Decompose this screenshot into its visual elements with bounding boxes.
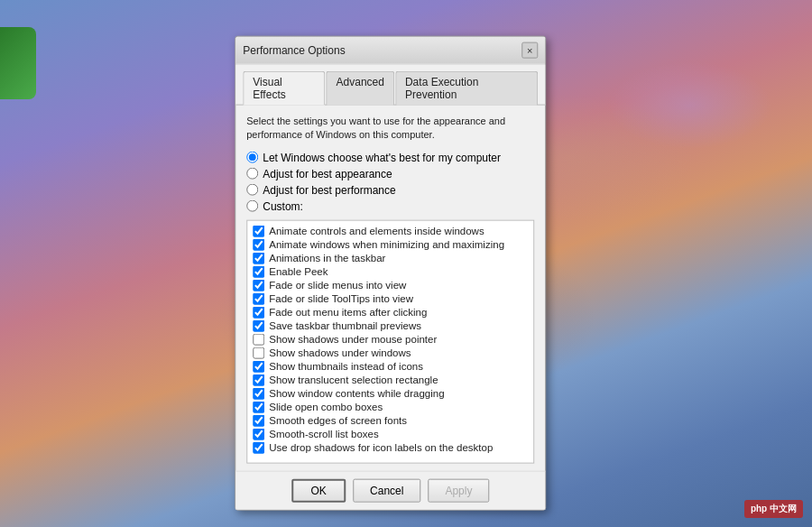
checkbox-input-16[interactable]: [253, 441, 264, 453]
checkbox-item-9[interactable]: Show shadows under windows: [253, 346, 528, 359]
dialog-footer: OK Cancel Apply: [235, 470, 545, 509]
checkbox-item-10[interactable]: Show thumbnails instead of icons: [253, 359, 528, 373]
tab-visual-effects[interactable]: Visual Effects: [243, 71, 325, 106]
checkbox-label-8: Show shadows under mouse pointer: [269, 334, 437, 345]
checkbox-item-14[interactable]: Smooth edges of screen fonts: [253, 413, 528, 427]
checkbox-input-0[interactable]: [253, 225, 264, 236]
checkbox-label-15: Smooth-scroll list boxes: [269, 429, 378, 439]
checkbox-item-12[interactable]: Show window contents while dragging: [253, 386, 528, 400]
checkbox-item-1[interactable]: Animate windows when minimizing and maxi…: [253, 237, 528, 251]
checkbox-item-13[interactable]: Slide open combo boxes: [253, 400, 528, 413]
checkbox-item-5[interactable]: Fade or slide ToolTips into view: [253, 291, 528, 305]
checkbox-item-6[interactable]: Fade out menu items after clicking: [253, 305, 528, 319]
checkbox-item-8[interactable]: Show shadows under mouse pointer: [253, 332, 528, 346]
tab-data-execution[interactable]: Data Execution Prevention: [395, 71, 538, 106]
radio-let-windows-label: Let Windows choose what's best for my co…: [263, 151, 501, 163]
checkbox-label-7: Save taskbar thumbnail previews: [269, 320, 421, 331]
checkbox-input-1[interactable]: [253, 238, 264, 250]
checkbox-input-11[interactable]: [253, 374, 264, 385]
close-button[interactable]: ×: [521, 42, 538, 59]
radio-custom-input[interactable]: [246, 200, 258, 212]
dialog-body: Select the settings you want to use for …: [235, 106, 545, 471]
checkbox-input-7[interactable]: [253, 319, 264, 331]
tabs-container: Visual Effects Advanced Data Execution P…: [235, 65, 545, 106]
checkbox-item-4[interactable]: Fade or slide menus into view: [253, 278, 528, 291]
php-badge: php 中文网: [744, 500, 803, 518]
radio-best-performance-input[interactable]: [246, 184, 258, 196]
checkbox-label-6: Fade out menu items after clicking: [269, 307, 427, 318]
checkbox-input-2[interactable]: [253, 252, 264, 264]
performance-options-dialog: Performance Options × Visual Effects Adv…: [235, 36, 546, 511]
checkbox-label-0: Animate controls and elements inside win…: [269, 226, 484, 236]
radio-let-windows-input[interactable]: [246, 152, 258, 163]
radio-let-windows[interactable]: Let Windows choose what's best for my co…: [246, 151, 534, 163]
checkbox-input-3[interactable]: [253, 265, 264, 277]
radio-custom-label: Custom:: [263, 199, 303, 212]
checkbox-label-2: Animations in the taskbar: [269, 253, 385, 264]
radio-best-performance[interactable]: Adjust for best performance: [246, 183, 534, 196]
checkbox-label-4: Fade or slide menus into view: [269, 280, 406, 291]
checkbox-label-1: Animate windows when minimizing and maxi…: [269, 239, 504, 250]
checkbox-label-9: Show shadows under windows: [269, 347, 411, 358]
radio-custom[interactable]: Custom:: [246, 199, 534, 212]
checkbox-item-3[interactable]: Enable Peek: [253, 264, 528, 278]
radio-group: Let Windows choose what's best for my co…: [246, 151, 534, 212]
checkbox-label-13: Slide open combo boxes: [269, 402, 383, 412]
ok-button[interactable]: OK: [291, 478, 346, 502]
cancel-button[interactable]: Cancel: [353, 478, 420, 502]
dialog-titlebar: Performance Options ×: [235, 37, 545, 65]
checkbox-input-8[interactable]: [253, 333, 264, 345]
checkbox-label-3: Enable Peek: [269, 266, 328, 277]
checkbox-item-11[interactable]: Show translucent selection rectangle: [253, 373, 528, 386]
checkbox-label-10: Show thumbnails instead of icons: [269, 361, 423, 372]
tab-advanced[interactable]: Advanced: [327, 71, 394, 106]
radio-best-appearance-input[interactable]: [246, 168, 258, 180]
checkbox-item-7[interactable]: Save taskbar thumbnail previews: [253, 319, 528, 332]
apply-button[interactable]: Apply: [428, 478, 489, 502]
checkbox-item-16[interactable]: Use drop shadows for icon labels on the …: [253, 440, 528, 454]
radio-best-appearance[interactable]: Adjust for best appearance: [246, 167, 534, 180]
checkbox-item-15[interactable]: Smooth-scroll list boxes: [253, 427, 528, 440]
checkbox-input-13[interactable]: [253, 401, 264, 412]
radio-best-performance-label: Adjust for best performance: [263, 183, 395, 196]
checkbox-input-10[interactable]: [253, 360, 264, 372]
checkbox-label-11: Show translucent selection rectangle: [269, 374, 438, 385]
checkbox-label-16: Use drop shadows for icon labels on the …: [269, 442, 493, 453]
checkbox-label-14: Smooth edges of screen fonts: [269, 415, 407, 426]
checkbox-item-2[interactable]: Animations in the taskbar: [253, 251, 528, 264]
checkbox-list[interactable]: Animate controls and elements inside win…: [246, 219, 534, 463]
start-icon: [0, 27, 36, 99]
checkbox-input-9[interactable]: [253, 347, 264, 358]
checkbox-input-6[interactable]: [253, 306, 264, 318]
checkbox-input-4[interactable]: [253, 279, 264, 291]
checkbox-input-15[interactable]: [253, 428, 264, 439]
description-text: Select the settings you want to use for …: [246, 115, 534, 143]
checkbox-label-5: Fade or slide ToolTips into view: [269, 293, 413, 304]
checkbox-item-0[interactable]: Animate controls and elements inside win…: [253, 224, 528, 237]
dialog-title: Performance Options: [243, 44, 345, 57]
checkbox-input-14[interactable]: [253, 414, 264, 426]
checkbox-input-12[interactable]: [253, 387, 264, 399]
radio-best-appearance-label: Adjust for best appearance: [263, 167, 392, 180]
checkbox-input-5[interactable]: [253, 292, 264, 304]
checkbox-label-12: Show window contents while dragging: [269, 388, 444, 399]
